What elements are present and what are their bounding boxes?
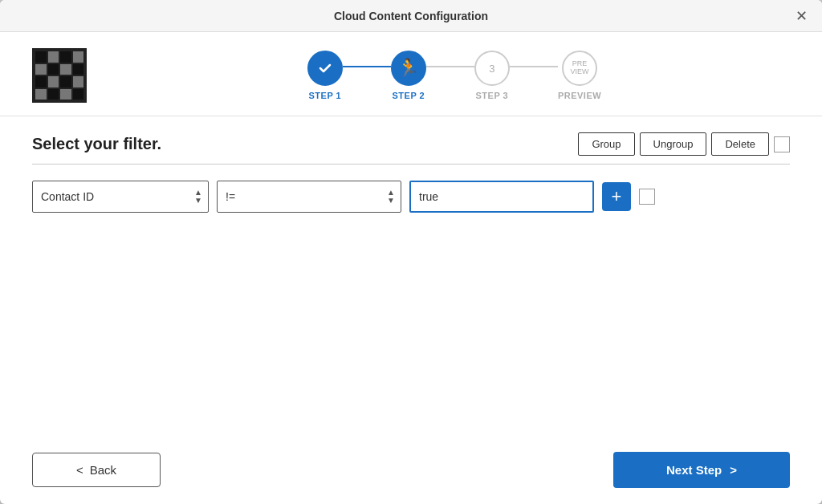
header-checkbox[interactable] — [774, 136, 790, 152]
stepper: STEP 1 🏃 STEP 2 3 STEP 3 — [119, 51, 790, 100]
back-chevron-icon: < — [76, 463, 83, 477]
next-label: Next Step — [666, 463, 722, 477]
title-bar: Cloud Content Configuration ✕ — [0, 0, 822, 32]
step-3-label: STEP 3 — [476, 91, 509, 100]
modal-container: Cloud Content Configuration ✕ — [0, 0, 822, 504]
filter-title: Select your filter. — [32, 135, 161, 153]
runner-icon: 🏃 — [397, 58, 419, 79]
modal-title: Cloud Content Configuration — [334, 10, 488, 22]
step-3: 3 STEP 3 — [474, 51, 510, 100]
back-button[interactable]: < Back — [32, 453, 161, 487]
delete-button[interactable]: Delete — [711, 132, 769, 156]
filter-actions: Group Ungroup Delete — [578, 132, 790, 156]
step-preview-circle: PREVIEW — [562, 51, 597, 86]
step-1: STEP 1 — [307, 51, 343, 100]
close-button[interactable]: ✕ — [791, 7, 812, 25]
step-2: 🏃 STEP 2 — [391, 51, 426, 100]
connector-2-3 — [426, 66, 474, 67]
connector-3-preview — [510, 66, 558, 67]
connector-1-2 — [343, 66, 391, 67]
header-area: STEP 1 🏃 STEP 2 3 STEP 3 — [0, 32, 822, 116]
footer: < Back Next Step > — [0, 442, 822, 504]
field-select-wrapper: Contact ID ▲ ▼ — [32, 181, 209, 213]
step-2-label: STEP 2 — [393, 91, 425, 100]
main-content: Select your filter. Group Ungroup Delete… — [0, 116, 822, 442]
operator-select-wrapper: != = > < ▲ ▼ — [217, 181, 401, 213]
step-3-circle: 3 — [474, 51, 510, 86]
operator-select[interactable]: != = > < — [217, 181, 401, 213]
group-button[interactable]: Group — [578, 132, 634, 156]
ungroup-button[interactable]: Ungroup — [640, 132, 707, 156]
step-2-circle: 🏃 — [391, 51, 426, 86]
step-1-circle — [307, 51, 343, 86]
step-1-label: STEP 1 — [309, 91, 342, 100]
next-chevron-icon: > — [730, 463, 737, 477]
row-checkbox[interactable] — [639, 189, 655, 205]
filter-header: Select your filter. Group Ungroup Delete — [32, 132, 790, 156]
filter-row: Contact ID ▲ ▼ != = > < ▲ ▼ — [32, 181, 790, 213]
next-step-button[interactable]: Next Step > — [613, 452, 790, 488]
logo-icon — [32, 48, 87, 103]
step-preview: PREVIEW PREVIEW — [558, 51, 601, 100]
section-divider — [32, 164, 790, 165]
add-filter-button[interactable]: + — [602, 182, 631, 211]
step-preview-label: PREVIEW — [558, 91, 601, 100]
field-select[interactable]: Contact ID — [32, 181, 209, 213]
value-input[interactable] — [409, 181, 594, 213]
back-label: Back — [90, 463, 116, 477]
